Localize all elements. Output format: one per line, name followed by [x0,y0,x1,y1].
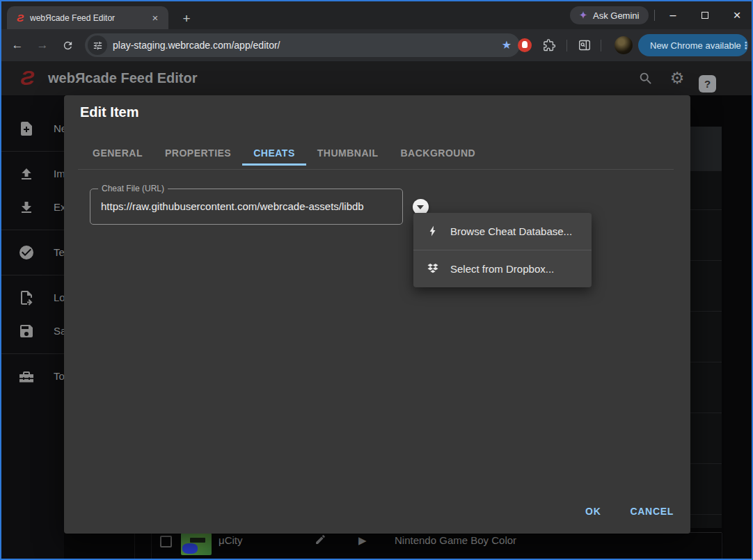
browser-window: Ƨ webЯcade Feed Editor × + Ask Gemini – … [0,0,753,560]
titlebar-divider [654,10,655,21]
tab-close-icon[interactable]: × [149,12,161,24]
row-checkbox[interactable] [160,536,172,547]
adblock-extension-icon[interactable] [518,38,532,52]
sidebar-item-label: Ne [54,112,64,145]
table-cell-divider [690,413,722,413]
dialog-actions: OK CANCEL [581,500,678,522]
window-close-button[interactable]: × [726,6,748,24]
field-value[interactable]: https://raw.githubusercontent.com/webrca… [101,189,397,224]
table-column-divider-2 [151,533,152,559]
row-play-button[interactable]: ▶ [358,534,367,547]
table-cell-divider [690,260,722,261]
site-info-button[interactable] [88,35,107,55]
webrcade-logo-icon: Ƨ [20,66,34,90]
reload-button[interactable] [57,35,78,56]
tab-title: webЯcade Feed Editor [30,13,149,23]
toolbox-icon [18,368,35,385]
webrcade-favicon-icon: Ƨ [17,13,24,23]
browser-titlebar: Ƨ webЯcade Feed Editor × + Ask Gemini – … [1,1,752,29]
tab-thumbnail[interactable]: THUMBNAIL [306,140,390,166]
gemini-sparkle-icon [578,10,588,20]
sidebar-item-label: Ex [54,191,64,224]
maximize-icon [702,12,708,19]
sidebar-item-label: Te [54,236,64,269]
menu-item-label: Select from Dropbox... [450,250,554,287]
thumbnail-art [182,543,198,554]
sidebar-item-label: Lo [54,281,64,314]
sidebar-group-divider [1,151,64,152]
sidebar-item-lo[interactable]: Lo [1,281,64,314]
cheat-file-menu: Browse Cheat Database...Select from Drop… [413,213,592,287]
edit-item-dialog: Edit Item GENERALPROPERTIESCHEATSTHUMBNA… [64,95,690,534]
sidebar-item-label: Im [54,157,64,191]
settings-button[interactable]: ⚙ [669,70,685,86]
pencil-icon [315,534,326,545]
bookmark-star-icon[interactable]: ★ [502,33,512,57]
check-circle-icon [18,244,35,261]
window-minimize-button[interactable]: – [662,6,684,24]
url-text[interactable]: play-staging.webrcade.com/app/editor/ [113,33,280,57]
extensions-button[interactable] [542,38,556,52]
sidebar-item-ex[interactable]: Ex [1,191,64,224]
table-cell-divider [690,514,722,515]
side-panel-button[interactable] [578,38,592,52]
chrome-menu-icon[interactable]: ⋮ [741,42,751,49]
sidebar-group-divider [1,275,64,275]
app-header: Ƨ webЯcade Feed Editor ⚙ ? [1,61,752,95]
tune-icon [93,40,103,51]
new-chrome-available-button[interactable]: New Chrome available ⋮ [638,34,748,56]
menu-item-label: Browse Cheat Database... [450,213,572,250]
table-header-cell [690,127,722,170]
row-thumbnail [181,533,212,555]
puzzle-icon [542,38,556,52]
cheat-file-url-field[interactable]: Cheat File (URL) https://raw.githubuserc… [90,189,403,225]
dialog-title: Edit Item [80,104,138,120]
dialog-tabs: GENERALPROPERTIESCHEATSTHUMBNAILBACKGROU… [81,140,486,166]
profile-avatar[interactable] [615,36,633,54]
app-title: webЯcade Feed Editor [48,61,197,95]
menu-item-select-from-dropbox[interactable]: Select from Dropbox... [413,250,592,287]
new-tab-button[interactable]: + [177,9,196,29]
address-bar[interactable]: play-staging.webrcade.com/app/editor/ ★ [85,33,520,57]
ok-button[interactable]: OK [581,500,605,522]
ask-gemini-label: Ask Gemini [593,10,639,21]
file-open-icon [18,289,35,306]
row-title: μCity [219,534,242,546]
sidebar-group-divider [1,353,64,354]
tabs-divider [78,169,674,170]
side-panel-search-icon [578,38,592,52]
sidebar-item-ne[interactable]: Ne [1,112,64,145]
sidebar-item-te[interactable]: Te [1,236,64,269]
tab-cheats[interactable]: CHEATS [242,140,306,166]
ask-gemini-button[interactable]: Ask Gemini [570,6,649,24]
table-column-divider-3 [722,533,722,559]
sidebar-item-im[interactable]: Im [1,157,64,191]
menu-item-browse-cheat-database[interactable]: Browse Cheat Database... [413,213,592,250]
chevron-down-icon [417,205,424,209]
tab-general[interactable]: GENERAL [81,140,154,166]
save-icon [18,323,35,339]
reload-icon [62,40,74,51]
new-chrome-label: New Chrome available [650,40,741,51]
bolt-icon [427,225,439,237]
back-button[interactable]: ← [7,35,28,56]
sidebar-item-to[interactable]: To [1,360,64,393]
table-column-divider [134,533,135,559]
forward-button[interactable]: → [32,35,53,56]
search-button[interactable] [638,71,653,86]
background-table-column [690,127,722,528]
tab-background[interactable]: BACKGROUND [389,140,486,166]
page-content: Ƨ webЯcade Feed Editor ⚙ ? NeImExTeLoSaT… [1,61,752,559]
help-button[interactable]: ? [699,75,716,93]
download-icon [18,199,35,216]
sidebar-item-sa[interactable]: Sa [1,314,64,348]
sidebar-item-label: To [54,360,64,393]
sidebar-item-label: Sa [54,314,64,348]
browser-tab[interactable]: Ƨ webЯcade Feed Editor × [7,6,168,29]
cancel-button[interactable]: CANCEL [626,500,678,522]
window-maximize-button[interactable] [694,6,716,24]
row-edit-button[interactable] [315,534,327,546]
table-cell-divider [690,463,722,464]
tab-properties[interactable]: PROPERTIES [154,140,242,166]
sidebar: NeImExTeLoSaTo [1,95,64,559]
